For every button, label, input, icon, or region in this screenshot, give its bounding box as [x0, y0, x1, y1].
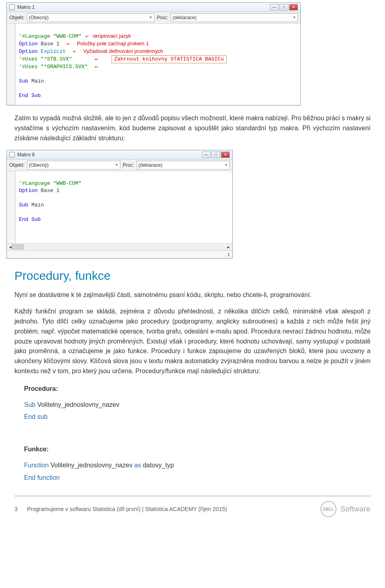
code-keyword: End sub [24, 413, 48, 420]
proc-select[interactable]: (deklarace) ▼ [170, 13, 298, 22]
chevron-down-icon: ▼ [225, 163, 228, 168]
document-icon [9, 152, 15, 158]
code-keyword: Sub [19, 202, 28, 208]
code-keyword: End [19, 93, 28, 99]
arrow-left-icon: ⇐ [67, 40, 70, 48]
code-comment: '#Uses "*GRAPHICS.SVX" [19, 64, 88, 70]
arrow-left-icon: ⇐ [73, 48, 76, 55]
proc-label: Proc: [123, 162, 134, 169]
code-comment: '#Language "WWB-COM" [19, 33, 81, 39]
code-keyword: Explicit [38, 48, 66, 55]
status-line-number: 1 [227, 252, 230, 257]
chevron-down-icon: ▼ [293, 15, 296, 20]
function-block: Funkce: Function Volitelny_jednoslovny_n… [24, 443, 371, 484]
paragraph: Každý funkční program se skládá, zejména… [14, 307, 371, 376]
code-keyword: Sub [19, 78, 28, 84]
ide-titlebar: Makro 1 — □ ✕ [7, 3, 300, 12]
ide-titlebar: Makro 6 — □ ✕ [7, 150, 232, 160]
objekt-label: Objekt: [9, 14, 24, 21]
procedure-block: Procedura: Sub Volitelny_jednoslovny_naz… [24, 383, 371, 423]
window-title: Makro 1 [17, 4, 34, 11]
maximize-button[interactable]: □ [211, 152, 220, 158]
code-keyword: End function [24, 474, 60, 481]
dell-software-logo: DELL Software [320, 501, 371, 517]
code-text: Volitelny_jednoslovny_nazev [49, 462, 134, 469]
objekt-value: (Obecný) [29, 162, 49, 169]
code-gutter [7, 24, 16, 105]
ide-toolbar: Objekt: (Obecný) ▼ Proc: (deklarace) ▼ [7, 12, 300, 24]
logo-text: Software [340, 504, 371, 515]
close-button[interactable]: ✕ [221, 152, 230, 158]
chevron-down-icon: ▼ [149, 15, 152, 20]
objekt-select[interactable]: (Obecný) ▼ [27, 161, 120, 170]
close-button[interactable]: ✕ [289, 4, 298, 10]
paragraph: Nyní se dostáváme k té zajímavější části… [14, 290, 371, 300]
code-keyword: End [19, 216, 28, 222]
page-number: 3 [14, 506, 18, 512]
ide-window-makro1: Makro 1 — □ ✕ Objekt: (Obecný) ▼ Proc: (… [6, 2, 301, 105]
code-keyword: Option [19, 48, 38, 55]
chevron-down-icon: ▼ [115, 163, 118, 168]
code-editor[interactable]: '#Language "WWB-COM" Option Base 1 Sub M… [16, 171, 232, 243]
horizontal-scrollbar[interactable]: ◂ ▸ [7, 243, 232, 251]
code-comment: '#Uses "*STB.SVX" [19, 56, 72, 62]
objekt-label: Objekt: [9, 162, 24, 169]
dell-icon: DELL [320, 501, 336, 517]
minimize-button[interactable]: — [202, 152, 211, 158]
scrollbar-thumb[interactable] [12, 244, 24, 249]
annotation: skriptovací jazyk [93, 33, 131, 39]
code-text: Main [28, 202, 44, 208]
code-keyword: Sub [28, 216, 41, 222]
code-keyword: Option [19, 41, 38, 47]
proc-select[interactable]: (deklarace) ▼ [136, 161, 230, 170]
annotation-box: Zahrnout knihovny STATISTICA BASICu [111, 55, 227, 63]
code-editor[interactable]: '#Language "WWB-COM" ⇐ skriptovací jazyk… [16, 24, 300, 105]
maximize-button[interactable]: □ [280, 4, 288, 10]
code-gutter [7, 171, 16, 243]
ide-window-makro6: Makro 6 — □ ✕ Objekt: (Obecný) ▼ Proc: (… [6, 150, 233, 259]
footer-divider [14, 496, 371, 496]
window-title: Makro 6 [17, 151, 34, 158]
code-text: Base 1 [38, 41, 60, 47]
arrow-left-icon: ⇐ [85, 33, 89, 40]
code-keyword: as [134, 462, 141, 469]
code-text: Base 1 [38, 188, 60, 194]
objekt-select[interactable]: (Obecný) ▼ [27, 13, 154, 22]
code-text: datovy_typ [141, 462, 174, 469]
minimize-button[interactable]: — [270, 4, 279, 10]
ide-toolbar: Objekt: (Obecný) ▼ Proc: (deklarace) ▼ [7, 160, 232, 171]
proc-value: (deklarace) [138, 162, 162, 169]
scroll-right-icon[interactable]: ▸ [227, 244, 230, 251]
code-keyword: Function [24, 462, 49, 469]
annotation: Položky pole začínají prvkem 1 [77, 40, 149, 46]
code-comment: '#Language "WWB-COM" [19, 180, 81, 186]
code-keyword: Option [19, 188, 38, 194]
annotation: Vyžadovat definování proměnných [83, 48, 163, 54]
proc-value: (deklarace) [172, 14, 197, 21]
code-text: Main [28, 78, 44, 84]
objekt-value: (Obecný) [29, 14, 49, 21]
code-text: Volitelny_jednoslovny_nazev [35, 401, 119, 408]
code-keyword: Sub [28, 93, 41, 99]
proc-label: Proc: [157, 14, 168, 21]
paragraph: Zatím to vypadá možná složitě, ale to je… [14, 113, 371, 143]
block-title: Procedura: [24, 383, 371, 395]
page-footer: 3 Programujeme v softwaru Statistica (dí… [14, 501, 371, 517]
block-title: Funkce: [24, 443, 371, 455]
arrow-left-icon: ⇐ [95, 63, 98, 71]
status-bar: 1 [7, 251, 232, 259]
footer-text: Programujeme v softwaru Statistica (díl … [27, 506, 227, 512]
code-keyword: Sub [24, 401, 35, 408]
arrow-left-icon: ⇐ [95, 56, 98, 63]
section-heading: Procedury, funkce [14, 267, 371, 285]
document-icon [9, 4, 15, 10]
